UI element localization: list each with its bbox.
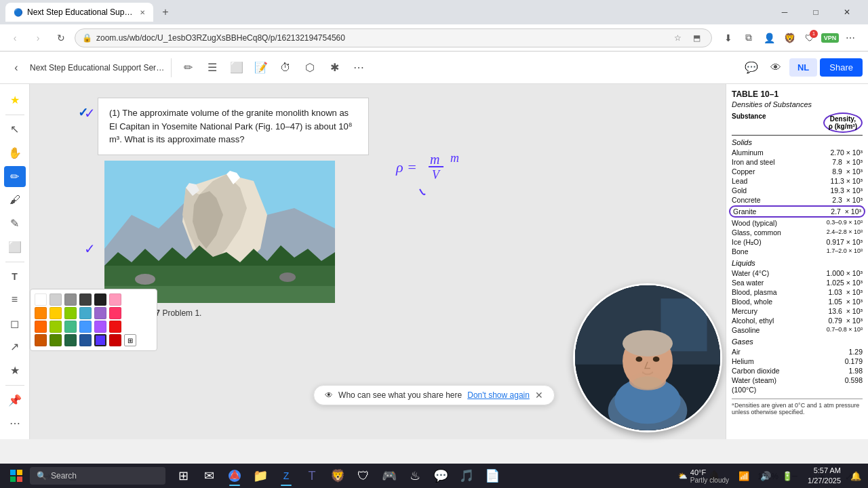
browser-tab[interactable]: 🔵 Next Step Educational Suppor... ✕ — [5, 3, 153, 22]
brave-icon[interactable]: 🦁 — [780, 28, 799, 47]
hand-tool-button[interactable]: ✋ — [4, 142, 26, 163]
taskbar-app-widgets[interactable]: ⊞ — [171, 464, 195, 487]
color-yellow[interactable] — [50, 307, 62, 319]
color-dark-green[interactable] — [50, 334, 62, 346]
whiteboard-draw-button[interactable]: ✏ — [177, 57, 199, 79]
taskbar-app-chat[interactable]: 💬 — [429, 464, 453, 487]
color-red[interactable] — [109, 321, 121, 333]
pencil-tool-button[interactable]: ✎ — [4, 213, 26, 234]
taskbar-app-brave[interactable]: 🦁 — [326, 464, 350, 487]
taskbar-app-music[interactable]: 🎵 — [454, 464, 479, 487]
color-green[interactable] — [50, 321, 62, 333]
tools-button[interactable]: ✱ — [323, 57, 345, 79]
vpn-label[interactable]: VPN — [821, 28, 840, 47]
star-icon[interactable]: ☆ — [669, 30, 686, 46]
taskbar-app-steam[interactable]: ♨ — [403, 464, 427, 487]
more-tools-sidebar-button[interactable]: ⋯ — [4, 413, 26, 434]
color-gray[interactable] — [64, 293, 77, 306]
taskbar-app-pdf[interactable]: 📄 — [480, 464, 505, 487]
screen-cast-icon[interactable]: ⬒ — [688, 30, 705, 46]
color-violet[interactable] — [94, 321, 106, 333]
comment-button[interactable]: 💬 — [741, 57, 762, 79]
profile-icon[interactable]: 👤 — [760, 28, 778, 47]
download-icon[interactable]: ⬇ — [719, 28, 738, 47]
tab-close-button[interactable]: ✕ — [140, 9, 145, 16]
forward-button[interactable]: › — [28, 28, 47, 47]
new-tab-button[interactable]: + — [156, 3, 175, 22]
view-button[interactable]: 👁 — [765, 57, 787, 79]
color-orange2[interactable] — [35, 321, 47, 333]
color-pink-hot[interactable] — [109, 307, 121, 319]
list-tool-button[interactable]: ≡ — [4, 289, 26, 310]
maximize-button[interactable]: □ — [800, 0, 831, 24]
minimize-button[interactable]: ─ — [769, 0, 800, 24]
taskbar-volume-icon[interactable]: 🔊 — [756, 466, 775, 485]
pen-tool-button[interactable]: ✏ — [4, 166, 26, 187]
taskbar-weather[interactable]: ⛅ 40°F Partly cloudy — [673, 468, 734, 484]
cursor-tool-button[interactable]: ↖ — [4, 119, 26, 140]
taskbar-wifi-icon[interactable]: 📶 — [734, 466, 753, 485]
back-button[interactable]: ‹ — [5, 28, 24, 47]
color-dark-red[interactable] — [109, 334, 121, 346]
taskbar-clock[interactable]: 5:57 AM 1/27/2025 — [802, 466, 846, 487]
color-black[interactable] — [94, 293, 106, 306]
extensions-icon[interactable]: ⋯ — [841, 28, 860, 47]
taskbar-battery-icon[interactable]: 🔋 — [778, 466, 797, 485]
browser-titlebar: 🔵 Next Step Educational Suppor... ✕ + ─ … — [0, 0, 868, 24]
refresh-button[interactable]: ↻ — [52, 28, 71, 47]
color-seafoam[interactable] — [64, 321, 77, 333]
taskbar-app-zoom[interactable]: Z — [274, 464, 298, 487]
color-navy[interactable] — [79, 334, 92, 346]
color-blue[interactable] — [79, 321, 92, 333]
taskbar-app-shield[interactable]: 🛡 — [351, 464, 376, 487]
note-button[interactable]: 📝 — [250, 57, 272, 79]
taskbar-notification-button[interactable]: 🔔 — [846, 466, 865, 485]
taskbar-app-explorer[interactable]: 📁 — [248, 464, 273, 487]
taskbar-app-mail[interactable]: ✉ — [197, 464, 221, 487]
taskbar-app-chrome[interactable] — [222, 464, 247, 487]
color-purple-light[interactable] — [94, 307, 106, 319]
taskbar-app-game[interactable]: 🎮 — [377, 464, 401, 487]
emoji-button[interactable]: ⬡ — [299, 57, 321, 79]
frame-button[interactable]: ⬜ — [226, 57, 248, 79]
shapes-tool-button[interactable]: ◻ — [4, 313, 26, 334]
color-white[interactable] — [35, 293, 47, 306]
notification-link[interactable]: Don't show again — [467, 390, 530, 400]
url-bar[interactable]: 🔒 zoom.us/wb/doc/U_1esbO3RZugXsBBHeCq8Q/… — [75, 28, 712, 47]
color-grid[interactable]: ⊞ — [124, 334, 136, 346]
figure-caption-text: Problem 1. — [162, 308, 201, 318]
text-tool-button[interactable]: T — [4, 266, 26, 287]
taskbar-search[interactable]: 🔍 Search — [30, 467, 165, 485]
eraser-tool-button[interactable]: ⬜ — [4, 237, 26, 258]
pin-tool-button[interactable]: 📌 — [4, 390, 26, 411]
tool-separator-3 — [5, 385, 24, 386]
star-tool-button[interactable]: ★ — [4, 89, 26, 110]
nl-button[interactable]: NL — [789, 58, 817, 77]
start-button[interactable] — [3, 466, 30, 485]
color-orange[interactable] — [35, 307, 47, 319]
brush-tool-button[interactable]: 🖌 — [4, 190, 26, 211]
zoom-back-button[interactable]: ‹ — [5, 57, 27, 79]
color-lightgray[interactable] — [50, 293, 62, 306]
color-pink-light[interactable] — [109, 293, 121, 306]
stamp-tool-button[interactable]: ★ — [4, 360, 26, 381]
pip-icon[interactable]: ⧉ — [739, 28, 758, 47]
arrow-tool-button[interactable]: ↗ — [4, 336, 26, 357]
close-button[interactable]: ✕ — [831, 0, 863, 24]
url-text: zoom.us/wb/doc/U_1esbO3RZugXsBBHeCq8Q/p/… — [96, 33, 345, 43]
more-tools-button[interactable]: ⋯ — [348, 57, 370, 79]
color-brown[interactable] — [35, 334, 47, 346]
toolbar-menu-button[interactable]: ☰ — [201, 57, 223, 79]
color-teal[interactable] — [79, 307, 92, 319]
taskbar-time-display: 5:57 AM — [808, 466, 841, 476]
notification-close-button[interactable]: ✕ — [535, 390, 543, 401]
table-title: TABLE 10–1 — [732, 89, 863, 99]
shield-icon[interactable]: 🛡 1 — [800, 28, 819, 47]
timer-button[interactable]: ⏱ — [275, 57, 296, 79]
color-darkgray[interactable] — [79, 293, 92, 306]
share-button[interactable]: Share — [820, 58, 863, 77]
color-lime[interactable] — [64, 307, 77, 319]
color-forest[interactable] — [64, 334, 77, 346]
taskbar-app-teams[interactable]: T — [300, 464, 324, 487]
color-indigo[interactable] — [94, 334, 106, 346]
